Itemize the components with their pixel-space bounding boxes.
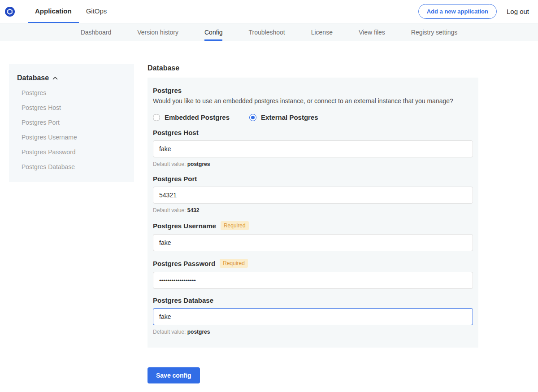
subnav-item-config[interactable]: Config [204,23,222,41]
field-postgres-database: Postgres Database Default value: postgre… [153,296,473,335]
required-badge: Required [221,221,249,230]
content-area: Database Postgres Postgres Host Postgres… [0,41,538,383]
subnav-item-license[interactable]: License [311,23,333,41]
required-badge: Required [220,259,248,268]
config-sidebar: Database Postgres Postgres Host Postgres… [9,64,134,182]
default-prefix: Default value: [153,207,186,213]
subnav-item-dashboard[interactable]: Dashboard [81,23,112,41]
subnav-item-label: License [311,29,333,36]
topnav-spacer [114,0,418,23]
field-postgres-port: Postgres Port Default value: 5432 [153,175,473,213]
field-label: Postgres Password [153,260,215,267]
add-application-button[interactable]: Add a new application [418,4,497,19]
app-logo [4,0,15,23]
field-label: Postgres Database [153,296,213,304]
default-value: 5432 [187,207,200,213]
radio-label[interactable]: External Postgres [261,113,318,121]
topnav-tab-label: GitOps [86,7,107,15]
default-value-note: Default value: postgres [153,329,473,335]
topnav-tab-gitops[interactable]: GitOps [79,0,114,23]
sidebar-item-postgres-database[interactable]: Postgres Database [22,163,126,170]
sidebar-item-postgres-host[interactable]: Postgres Host [22,104,126,111]
radio-circle-icon[interactable] [153,114,160,121]
save-config-button[interactable]: Save config [148,367,200,383]
group-help-text: Would you like to use an embedded postgr… [153,97,473,105]
subnav-item-label: Config [204,29,222,36]
field-label: Postgres Username [153,222,216,230]
default-value-note: Default value: 5432 [153,207,473,213]
subnav-item-label: Registry settings [411,29,457,36]
radio-embedded-postgres[interactable]: Embedded Postgres [153,113,230,121]
default-value: postgres [187,161,210,167]
sidebar-item-postgres-username[interactable]: Postgres Username [22,134,126,141]
group-label: Postgres [153,87,473,94]
default-prefix: Default value: [153,161,186,167]
field-postgres-host: Postgres Host Default value: postgres [153,129,473,167]
sidebar-item-postgres[interactable]: Postgres [22,89,126,96]
default-value-note: Default value: postgres [153,161,473,167]
chevron-up-icon [52,76,58,80]
app-subnav: Dashboard Version history Config Trouble… [0,23,538,41]
sidebar-group-label: Database [17,74,49,82]
postgres-host-input[interactable] [153,140,473,157]
subnav-item-version-history[interactable]: Version history [137,23,178,41]
field-postgres-username: Postgres Username Required [153,221,473,251]
subnav-item-view-files[interactable]: View files [359,23,385,41]
subnav-item-label: View files [359,29,385,36]
sidebar-item-list: Postgres Postgres Host Postgres Port Pos… [17,89,126,170]
topnav-tab-label: Application [35,7,72,15]
subnav-item-registry-settings[interactable]: Registry settings [411,23,457,41]
subnav-item-label: Dashboard [81,29,112,36]
top-navbar: Application GitOps Add a new application… [0,0,538,23]
postgres-password-input[interactable] [153,272,473,289]
default-prefix: Default value: [153,329,186,335]
postgres-username-input[interactable] [153,234,473,251]
field-postgres-password: Postgres Password Required [153,259,473,289]
subnav-item-troubleshoot[interactable]: Troubleshoot [248,23,285,41]
section-title: Database [148,64,478,72]
postgres-port-input[interactable] [153,187,473,204]
postgres-type-radio-group: Embedded Postgres External Postgres [153,113,473,121]
radio-label[interactable]: Embedded Postgres [165,113,230,121]
sidebar-item-postgres-port[interactable]: Postgres Port [22,119,126,126]
field-label: Postgres Host [153,129,199,136]
sidebar-group-database[interactable]: Database [17,74,126,82]
config-main-panel: Database Postgres Would you like to use … [148,64,478,383]
radio-external-postgres[interactable]: External Postgres [249,113,318,121]
subnav-item-label: Troubleshoot [248,29,285,36]
radio-circle-icon[interactable] [249,114,256,121]
sidebar-item-postgres-password[interactable]: Postgres Password [22,148,126,156]
field-label: Postgres Port [153,175,197,183]
config-group-box: Postgres Would you like to use an embedd… [148,78,478,348]
topnav-tab-application[interactable]: Application [28,0,79,23]
logout-link[interactable]: Log out [507,8,529,15]
subnav-item-label: Version history [137,29,178,36]
app-logo-icon [4,6,15,17]
postgres-database-input[interactable] [153,308,473,325]
default-value: postgres [187,329,210,335]
